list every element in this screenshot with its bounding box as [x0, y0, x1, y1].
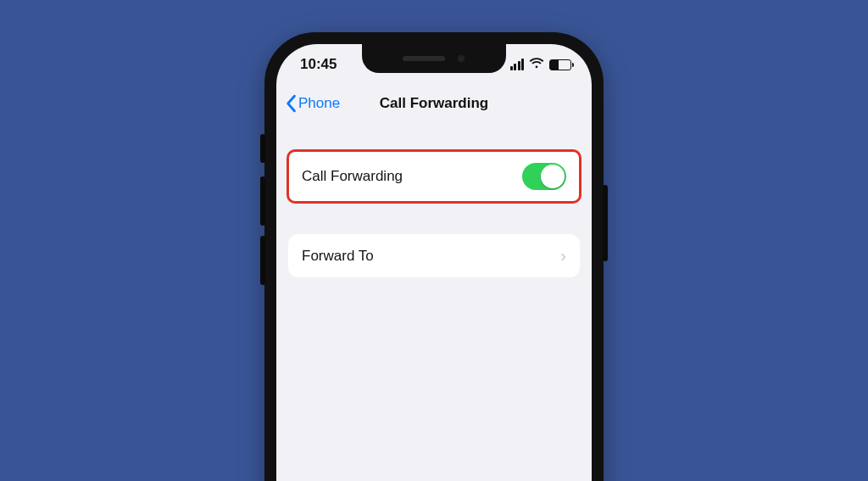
phone-screen: 10:45 Phone	[276, 44, 592, 481]
call-forwarding-toggle[interactable]	[522, 163, 566, 190]
forward-to-label: Forward To	[302, 248, 374, 265]
silence-switch	[260, 134, 265, 163]
back-button[interactable]: Phone	[285, 94, 340, 113]
toggle-knob	[541, 165, 565, 188]
front-camera	[457, 54, 465, 63]
forward-to-row[interactable]: Forward To ›	[288, 234, 580, 277]
volume-up-button	[260, 176, 265, 226]
call-forwarding-row[interactable]: Call Forwarding	[288, 151, 580, 202]
page-title: Call Forwarding	[380, 95, 488, 112]
cellular-signal-icon	[509, 59, 524, 70]
chevron-left-icon	[285, 94, 297, 113]
back-label: Phone	[298, 95, 340, 112]
wifi-icon	[529, 56, 544, 73]
phone-frame: 10:45 Phone	[264, 32, 604, 481]
volume-down-button	[260, 236, 265, 285]
status-time: 10:45	[300, 56, 337, 73]
speaker-grille	[403, 56, 445, 61]
settings-content: Call Forwarding Forward To ›	[276, 122, 592, 277]
battery-icon	[549, 59, 571, 70]
call-forwarding-label: Call Forwarding	[302, 168, 403, 185]
notch	[362, 44, 506, 73]
side-button	[603, 185, 608, 261]
status-indicators	[509, 56, 571, 73]
chevron-right-icon: ›	[560, 246, 566, 266]
navigation-bar: Phone Call Forwarding	[276, 85, 592, 122]
